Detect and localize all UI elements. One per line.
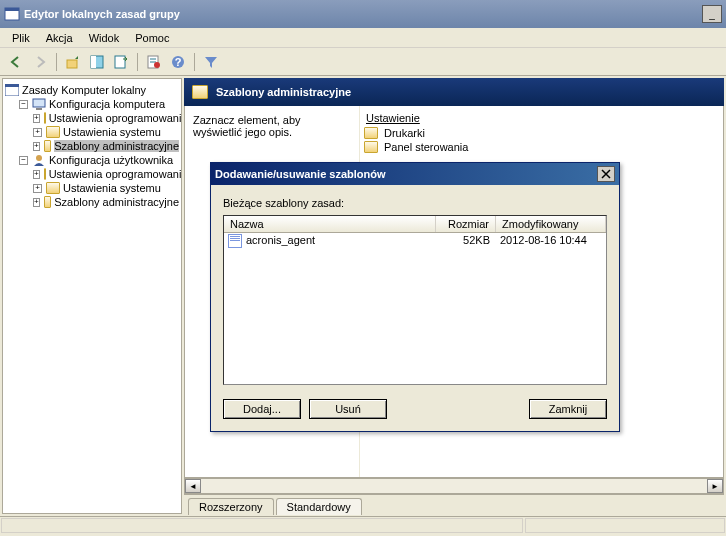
- computer-icon: [32, 98, 46, 110]
- svg-point-9: [154, 62, 160, 68]
- folder-icon: [46, 182, 60, 194]
- menu-file[interactable]: Plik: [4, 30, 38, 46]
- properties-button[interactable]: [143, 51, 165, 73]
- row-size: 52KB: [436, 234, 496, 248]
- folder-icon: [44, 168, 46, 180]
- templates-list[interactable]: Nazwa Rozmiar Zmodyfikowany acronis_agen…: [223, 215, 607, 385]
- folder-icon: [192, 85, 208, 99]
- horizontal-scrollbar[interactable]: ◄ ►: [184, 478, 724, 494]
- filter-button[interactable]: [200, 51, 222, 73]
- app-icon: [4, 6, 20, 22]
- expand-icon[interactable]: +: [33, 128, 42, 137]
- folder-icon: [44, 112, 46, 124]
- tab-extended[interactable]: Rozszerzony: [188, 498, 274, 515]
- list-item[interactable]: Drukarki: [360, 126, 723, 140]
- folder-icon: [364, 127, 378, 139]
- add-remove-templates-dialog: Dodawanie/usuwanie szablonów Bieżące sza…: [210, 162, 620, 432]
- tree-root[interactable]: Zasady Komputer lokalny: [5, 83, 179, 97]
- tree-comp-templates[interactable]: + Szablony administracyjne: [5, 139, 179, 153]
- status-cell: [1, 518, 523, 533]
- col-header-modified[interactable]: Zmodyfikowany: [496, 216, 606, 232]
- minimize-button[interactable]: _: [702, 5, 722, 23]
- svg-rect-4: [91, 56, 96, 68]
- svg-rect-5: [115, 56, 125, 68]
- content-title: Szablony administracyjne: [216, 86, 351, 98]
- tree-user-config[interactable]: − Konfiguracja użytkownika: [5, 153, 179, 167]
- scroll-left-button[interactable]: ◄: [185, 479, 201, 493]
- remove-button[interactable]: Usuń: [309, 399, 387, 419]
- tree-comp-windows[interactable]: + Ustawienia systemu: [5, 125, 179, 139]
- status-bar: [0, 516, 726, 534]
- add-button[interactable]: Dodaj...: [223, 399, 301, 419]
- svg-rect-1: [5, 8, 19, 11]
- column-headers: Nazwa Rozmiar Zmodyfikowany: [224, 216, 606, 233]
- toolbar-separator: [56, 53, 57, 71]
- collapse-icon[interactable]: −: [19, 156, 28, 165]
- dialog-title: Dodawanie/usuwanie szablonów: [215, 168, 597, 180]
- help-button[interactable]: ?: [167, 51, 189, 73]
- svg-rect-2: [67, 60, 77, 68]
- policy-icon: [5, 84, 19, 96]
- tree-computer-config[interactable]: − Konfiguracja komputera: [5, 97, 179, 111]
- col-header-name[interactable]: Nazwa: [224, 216, 436, 232]
- close-button[interactable]: [597, 166, 615, 182]
- row-name: acronis_agent: [246, 234, 436, 248]
- forward-button[interactable]: [29, 51, 51, 73]
- template-file-icon: [228, 234, 242, 248]
- tab-standard[interactable]: Standardowy: [276, 498, 362, 515]
- show-hide-tree-button[interactable]: [86, 51, 108, 73]
- expand-icon[interactable]: +: [33, 170, 40, 179]
- window-title: Edytor lokalnych zasad grupy: [24, 8, 701, 20]
- close-dialog-button[interactable]: Zamknij: [529, 399, 607, 419]
- window-titlebar: Edytor lokalnych zasad grupy _: [0, 0, 726, 28]
- dialog-label: Bieżące szablony zasad:: [223, 197, 607, 209]
- svg-text:?: ?: [175, 56, 182, 68]
- scroll-right-button[interactable]: ►: [707, 479, 723, 493]
- folder-icon: [46, 126, 60, 138]
- folder-icon: [364, 141, 378, 153]
- tree-comp-software[interactable]: + Ustawienia oprogramowania: [5, 111, 179, 125]
- close-icon: [601, 169, 611, 179]
- tree-user-software[interactable]: + Ustawienia oprogramowania: [5, 167, 179, 181]
- col-header-size[interactable]: Rozmiar: [436, 216, 496, 232]
- up-button[interactable]: [62, 51, 84, 73]
- svg-point-16: [36, 155, 42, 161]
- tree-user-windows[interactable]: + Ustawienia systemu: [5, 181, 179, 195]
- toolbar-separator: [194, 53, 195, 71]
- menu-bar: Plik Akcja Widok Pomoc: [0, 28, 726, 48]
- view-tabs: Rozszerzony Standardowy: [184, 494, 724, 514]
- menu-action[interactable]: Akcja: [38, 30, 81, 46]
- expand-icon[interactable]: +: [33, 198, 40, 207]
- back-button[interactable]: [5, 51, 27, 73]
- toolbar: ?: [0, 48, 726, 76]
- folder-icon: [44, 196, 52, 208]
- list-column-header[interactable]: Ustawienie: [360, 110, 723, 126]
- list-item[interactable]: Panel sterowania: [360, 140, 723, 154]
- description-text: Zaznacz element, aby wyświetlić jego opi…: [193, 114, 301, 138]
- status-cell: [525, 518, 725, 533]
- template-row[interactable]: acronis_agent 52KB 2012-08-16 10:44: [224, 233, 606, 249]
- expand-icon[interactable]: +: [33, 142, 40, 151]
- collapse-icon[interactable]: −: [19, 100, 28, 109]
- row-modified: 2012-08-16 10:44: [496, 234, 606, 248]
- export-button[interactable]: [110, 51, 132, 73]
- svg-rect-14: [33, 99, 45, 107]
- toolbar-separator: [137, 53, 138, 71]
- svg-rect-13: [5, 84, 19, 87]
- user-icon: [32, 154, 46, 166]
- folder-icon: [44, 140, 52, 152]
- svg-rect-15: [36, 108, 42, 110]
- menu-view[interactable]: Widok: [81, 30, 128, 46]
- tree-panel[interactable]: Zasady Komputer lokalny − Konfiguracja k…: [2, 78, 182, 514]
- expand-icon[interactable]: +: [33, 114, 40, 123]
- tree-user-templates[interactable]: + Szablony administracyjne: [5, 195, 179, 209]
- dialog-titlebar[interactable]: Dodawanie/usuwanie szablonów: [211, 163, 619, 185]
- content-header: Szablony administracyjne: [184, 78, 724, 106]
- expand-icon[interactable]: +: [33, 184, 42, 193]
- scroll-track[interactable]: [201, 479, 707, 493]
- menu-help[interactable]: Pomoc: [127, 30, 177, 46]
